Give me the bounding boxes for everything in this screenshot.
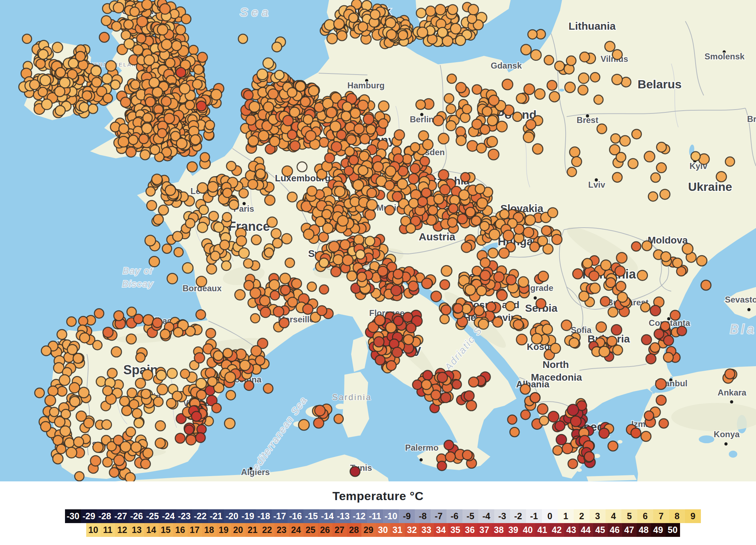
station-dot[interactable] [590,72,600,82]
station-dot[interactable] [206,328,216,338]
station-dot[interactable] [199,205,208,214]
europe-temperature-map[interactable]: SeaBay ofBiscayAdriatic SeaMediterranean… [0,0,756,481]
station-dot[interactable] [119,124,129,134]
station-dot[interactable] [252,235,261,245]
station-dot[interactable] [599,346,610,357]
station-dot[interactable] [113,2,124,13]
station-dot[interactable] [323,223,333,233]
station-dot[interactable] [103,94,112,103]
station-dot[interactable] [129,400,139,409]
station-dot[interactable] [179,83,190,94]
station-dot[interactable] [173,328,183,337]
station-dot[interactable] [335,186,345,197]
station-dot[interactable] [214,222,224,232]
station-dot[interactable] [444,94,454,103]
station-dot[interactable] [175,433,185,443]
station-dot[interactable] [57,386,67,396]
station-dot[interactable] [165,185,176,195]
station-dot[interactable] [628,159,638,169]
station-dot[interactable] [137,34,146,43]
station-dot[interactable] [22,34,31,43]
station-dot[interactable] [186,435,196,445]
station-dot[interactable] [60,426,71,436]
station-dot[interactable] [440,315,449,324]
station-dot[interactable] [181,369,190,378]
station-dot[interactable] [353,180,364,191]
station-dot[interactable] [184,425,194,434]
station-dot[interactable] [569,338,579,348]
station-dot[interactable] [701,280,711,290]
station-dot[interactable] [600,297,610,306]
station-dot[interactable] [566,56,576,65]
station-dot[interactable] [79,333,89,343]
station-dot[interactable] [275,70,284,80]
station-dot[interactable] [403,335,413,345]
station-dot[interactable] [660,189,670,199]
station-dot[interactable] [725,369,735,379]
station-dot[interactable] [39,49,48,59]
station-dot[interactable] [42,99,52,110]
station-dot[interactable] [550,343,561,353]
station-dot[interactable] [359,151,369,161]
station-dot[interactable] [239,248,249,258]
station-dot[interactable] [466,400,477,411]
station-dot[interactable] [423,140,433,150]
station-dot[interactable] [61,409,71,419]
station-dot[interactable] [641,431,651,441]
station-dot[interactable] [590,283,600,293]
station-dot[interactable] [656,163,666,173]
station-dot[interactable] [549,92,560,102]
station-dot[interactable] [349,13,358,22]
station-dot[interactable] [644,151,655,162]
station-dot[interactable] [516,334,527,345]
station-dot[interactable] [441,393,451,403]
station-dot[interactable] [314,418,324,428]
station-dot[interactable] [448,218,457,227]
station-dot[interactable] [497,290,507,301]
station-dot[interactable] [161,96,171,106]
station-dot[interactable] [583,258,592,268]
station-dot[interactable] [194,353,205,363]
station-dot[interactable] [319,258,329,267]
station-dot[interactable] [510,427,519,437]
station-dot[interactable] [342,255,353,265]
station-dot[interactable] [36,59,46,69]
station-dot[interactable] [67,317,76,327]
station-dot[interactable] [448,5,457,14]
station-dot[interactable] [441,265,452,276]
station-dot[interactable] [656,379,666,389]
station-dot[interactable] [127,388,137,398]
station-dot[interactable] [152,174,162,184]
station-dot[interactable] [146,187,155,196]
station-dot[interactable] [102,74,112,84]
station-dot[interactable] [594,95,603,104]
station-dot[interactable] [299,420,309,430]
station-dot[interactable] [616,152,626,162]
station-dot[interactable] [244,381,254,390]
station-dot[interactable] [648,192,657,201]
station-dot[interactable] [40,75,51,86]
station-dot[interactable] [569,147,580,157]
station-dot[interactable] [489,95,499,105]
station-dot[interactable] [84,418,94,428]
station-dot[interactable] [75,471,84,481]
station-dot[interactable] [130,7,140,17]
station-dot[interactable] [344,166,353,175]
station-dot[interactable] [244,90,253,100]
station-dot[interactable] [111,347,122,357]
station-dot[interactable] [526,119,536,129]
station-dot[interactable] [469,377,479,387]
station-dot[interactable] [126,147,136,157]
station-dot[interactable] [145,235,155,246]
station-dot[interactable] [462,105,472,114]
station-dot[interactable] [107,368,117,378]
station-dot[interactable] [196,310,206,319]
station-dot[interactable] [385,205,395,215]
station-dot[interactable] [229,200,239,210]
station-dot[interactable] [114,455,124,465]
station-dot[interactable] [450,23,461,34]
station-dot[interactable] [567,167,577,176]
station-dot[interactable] [365,210,375,220]
station-dot[interactable] [542,226,551,236]
station-dot[interactable] [342,102,352,112]
